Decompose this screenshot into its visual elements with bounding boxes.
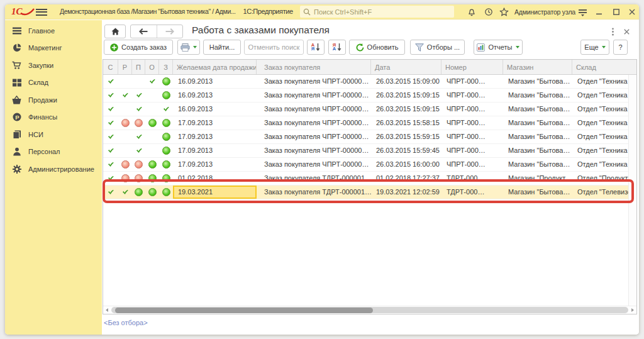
table-row[interactable]: 16.09.2013Заказ покупателя ЧПРТ-00000…26… <box>103 75 629 89</box>
column-header-o[interactable]: О <box>145 60 159 74</box>
cell-datetime[interactable]: 19.03.2021 12:02:59 <box>371 186 441 199</box>
sidebar-item-purchases[interactable]: Закупки <box>5 57 102 74</box>
cell-warehouse[interactable]: Отдел "Техника д <box>572 144 628 157</box>
home-button[interactable] <box>104 25 126 38</box>
cell-store[interactable]: Магазин "Бытова… <box>503 116 572 130</box>
table-row[interactable]: 17.09.2013Заказ покупателя ЧПРТ-00000…26… <box>103 130 629 144</box>
cell-date[interactable]: 19.03.2021 <box>173 186 257 199</box>
sidebar-item-nsi[interactable]: НСИ <box>5 126 102 143</box>
cell-warehouse[interactable]: Отдел "Техника д <box>572 103 628 116</box>
cell-datetime[interactable]: 26.03.2015 15:09:15 <box>371 89 441 102</box>
cell-datetime[interactable]: 26.03.2015 15:59:15 <box>371 130 441 143</box>
create-order-button[interactable]: Создать заказ <box>104 40 173 55</box>
column-header-order[interactable]: Заказ покупателя <box>257 60 371 74</box>
cell-order[interactable]: Заказ покупателя ЧПРТ-00000… <box>257 144 371 157</box>
cell-order[interactable]: Заказ покупателя ЧПРТ-00000… <box>257 75 371 88</box>
cell-number[interactable]: ЧПРТ-000… <box>441 130 503 143</box>
table-row[interactable]: 17.09.2013Заказ покупателя ЧПРТ-00000…26… <box>103 158 629 172</box>
column-header-number[interactable]: Номер <box>441 60 503 74</box>
sidebar-item-marketing[interactable]: Маркетинг <box>5 40 102 57</box>
sort-descending-button[interactable]: ЯА <box>328 40 346 55</box>
find-button[interactable]: Найти... <box>203 40 241 55</box>
user-menu-icon[interactable] <box>577 7 588 18</box>
cell-datetime[interactable]: 26.03.2015 15:58:15 <box>371 116 441 130</box>
table-row[interactable]: 17.09.2013Заказ покупателя ЧПРТ-00000…26… <box>103 144 629 158</box>
cell-order[interactable]: Заказ покупателя ТДРТ-000001… <box>257 186 371 199</box>
sidebar-item-main[interactable]: Главное <box>5 22 102 40</box>
column-header-s[interactable]: С <box>103 60 118 74</box>
cell-order[interactable]: Заказ покупателя ЧПРТ-00000… <box>257 158 371 171</box>
cell-store[interactable]: Магазин "Бытова… <box>503 89 572 102</box>
cell-number[interactable]: ТДРТ-000… <box>441 172 503 185</box>
column-header-p[interactable]: П <box>132 60 145 74</box>
cell-datetime[interactable]: 01.02.2018 17:27:37 <box>371 172 441 185</box>
cell-order[interactable]: Заказ покупателя ЧПРТ-00000… <box>257 130 371 143</box>
close-form-icon[interactable] <box>623 28 630 35</box>
table-row[interactable]: 16.09.2013Заказ покупателя ЧПРТ-00000…26… <box>103 103 629 116</box>
cell-warehouse[interactable]: Отдел "Техника д <box>572 158 628 171</box>
cell-date[interactable]: 17.09.2013 <box>173 144 257 157</box>
column-header-desired-date[interactable]: Желаемая дата продажи <box>173 60 257 74</box>
cell-datetime[interactable]: 26.03.2015 15:09:00 <box>371 75 441 88</box>
cell-order[interactable]: Заказ покупателя ТДРТ-000001… <box>257 172 371 185</box>
cell-warehouse[interactable]: Отдел "Телевизо <box>572 186 628 199</box>
cell-warehouse[interactable]: Отдел "Техника д <box>572 116 628 130</box>
cell-datetime[interactable]: 26.03.2015 16:00:00 <box>371 158 441 171</box>
notifications-bell-icon[interactable] <box>466 6 477 17</box>
column-header-warehouse[interactable]: Склад <box>572 60 636 74</box>
table-row[interactable]: 17.09.2013Заказ покупателя ЧПРТ-00000…26… <box>103 116 629 130</box>
form-more-menu-icon[interactable] <box>609 27 616 36</box>
refresh-button[interactable]: Обновить <box>349 40 405 55</box>
cell-datetime[interactable]: 26.03.2015 15:59:45 <box>371 144 441 157</box>
cell-date[interactable]: 17.09.2013 <box>173 116 257 130</box>
cell-date[interactable]: 17.09.2013 <box>173 130 257 143</box>
scroll-left-arrow-icon[interactable] <box>106 308 108 312</box>
scrollbar-thumb[interactable] <box>115 308 373 313</box>
cell-number[interactable]: ЧПРТ-000… <box>441 116 503 130</box>
scrollbar-track[interactable] <box>111 307 628 313</box>
table-row[interactable]: 16.09.2013Заказ покупателя ЧПРТ-00000…26… <box>103 89 629 103</box>
cell-store[interactable]: Магазин "Бытова… <box>503 103 572 116</box>
sidebar-item-sales[interactable]: Продажи <box>5 91 102 109</box>
global-search-input[interactable]: Поиск Ctrl+Shift+F <box>300 6 454 18</box>
cell-store[interactable]: Магазин "Бытова… <box>503 130 572 143</box>
cell-store[interactable]: Магазин "Бытова… <box>503 158 572 171</box>
help-button[interactable]: ? <box>613 40 628 55</box>
cell-store[interactable]: Магазин "Продукт… <box>503 172 572 185</box>
cell-date[interactable]: 17.09.2013 <box>173 158 257 171</box>
main-menu-icon[interactable] <box>36 9 47 16</box>
cell-store[interactable]: Магазин "Бытова… <box>503 75 572 88</box>
scroll-right-arrow-icon[interactable] <box>631 308 634 312</box>
sidebar-item-personnel[interactable]: Персонал <box>5 143 102 161</box>
sort-ascending-button[interactable]: АЯ <box>307 40 325 55</box>
back-button[interactable] <box>131 25 157 38</box>
vertical-scrollbar[interactable] <box>628 75 636 306</box>
cell-number[interactable]: ЧПРТ-000… <box>441 89 503 102</box>
forward-button[interactable] <box>157 25 183 38</box>
print-button[interactable] <box>177 40 200 55</box>
minimize-button[interactable] <box>594 8 604 16</box>
table-row[interactable]: 01.02.2018Заказ покупателя ТДРТ-000001…0… <box>103 172 629 186</box>
favorites-star-icon[interactable] <box>499 6 509 17</box>
cell-date[interactable]: 16.09.2013 <box>173 103 257 116</box>
history-icon[interactable] <box>483 6 494 17</box>
cell-warehouse[interactable]: Отдел "Продукты <box>572 172 628 185</box>
filters-button[interactable]: Отборы ... <box>410 40 465 55</box>
close-window-button[interactable] <box>627 8 637 16</box>
cell-store[interactable]: Магазин "Бытова… <box>503 144 572 157</box>
cell-order[interactable]: Заказ покупателя ЧПРТ-00000… <box>257 89 371 102</box>
sidebar-item-administration[interactable]: Администрирование <box>5 160 102 178</box>
column-header-r[interactable]: Р <box>118 60 132 74</box>
current-user[interactable]: Администратор узла <box>514 8 575 16</box>
cell-number[interactable]: ЧПРТ-000… <box>441 158 503 171</box>
cell-number[interactable]: ЧПРТ-000… <box>441 103 503 116</box>
cell-order[interactable]: Заказ покупателя ЧПРТ-00000… <box>257 103 371 116</box>
column-header-date[interactable]: Дата <box>371 60 441 74</box>
cell-date[interactable]: 16.09.2013 <box>173 89 257 102</box>
sidebar-item-finance[interactable]: Р Финансы <box>5 109 102 126</box>
horizontal-scrollbar[interactable] <box>103 306 636 314</box>
cell-warehouse[interactable]: Отдел "Техника д <box>572 89 628 102</box>
more-button[interactable]: Еще <box>580 40 609 55</box>
column-header-z[interactable]: З <box>159 60 173 74</box>
cell-date[interactable]: 16.09.2013 <box>173 75 257 88</box>
